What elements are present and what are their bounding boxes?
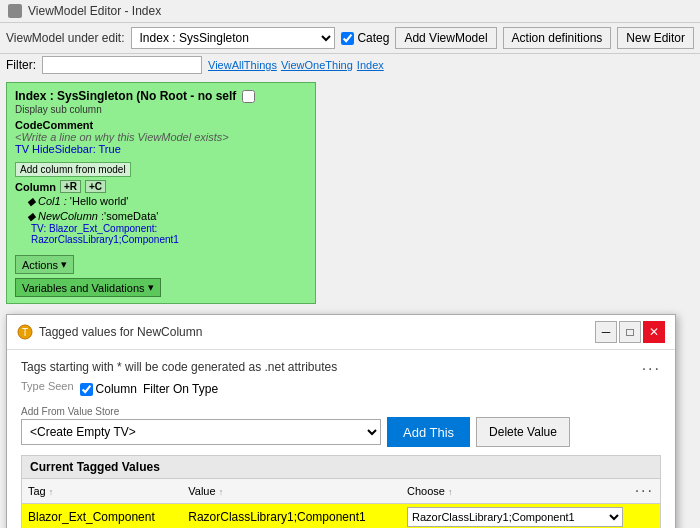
filter-label: Filter: [6,58,36,72]
col-choose-sort[interactable]: ↑ [448,487,453,497]
modal-backdrop: T Tagged values for NewColumn ─ □ ✕ Tags… [6,314,694,528]
modal-title-text: Tagged values for NewColumn [39,325,595,339]
col1-value: 'Hello world' [70,195,129,207]
actions-chevron-icon: ▾ [61,258,67,271]
modal-minimize-button[interactable]: ─ [595,321,617,343]
vars-label: Variables and Validations [22,282,145,294]
viewmodel-select[interactable]: Index : SysSingleton [131,27,336,49]
vm-title-text: Index : SysSingleton (No Root - no self [15,89,236,103]
row-action-cell [629,504,660,529]
tagged-values-modal: T Tagged values for NewColumn ─ □ ✕ Tags… [6,314,676,528]
ctv-table-head: Tag ↑ Value ↑ Choose ↑ [22,479,660,504]
modal-controls: ─ □ ✕ [595,321,665,343]
filter-link-index[interactable]: Index [357,59,384,71]
row-tag-cell: Blazor_Ext_Component [22,504,182,529]
column-section: Column +R +C ◆ Col1 : 'Hello world' ◆ Ne… [15,180,307,245]
categ-checkbox[interactable] [341,32,354,45]
modal-maximize-button[interactable]: □ [619,321,641,343]
table-row: Blazor_Ext_Component RazorClassLibrary1;… [22,504,660,529]
no-self-checkbox[interactable] [242,90,255,103]
row-value-cell: RazorClassLibrary1;Component1 [182,504,401,529]
display-sub-column-label: Display sub column [15,104,307,115]
add-from-label: Add From Value Store [21,406,661,417]
filter-on-type-label: Filter On Type [143,382,218,396]
app-icon [8,4,22,18]
actions-button[interactable]: Actions ▾ [15,255,74,274]
column-header: Column +R +C [15,180,307,193]
ctv-table: Tag ↑ Value ↑ Choose ↑ [22,479,660,528]
row-choose-cell: RazorClassLibrary1;Component1 [401,504,629,529]
actions-label: Actions [22,259,58,271]
newcolumn-item: ◆ NewColumn :'someData' TV: Blazor_Ext_C… [27,210,307,245]
vm-card: Index : SysSingleton (No Root - no self … [6,82,316,304]
filter-link-viewonething[interactable]: ViewOneThing [281,59,353,71]
add-from-row: Add From Value Store <Create Empty TV> A… [21,406,661,447]
ctv-table-body: Blazor_Ext_Component RazorClassLibrary1;… [22,504,660,529]
newcolumn-name: ◆ NewColumn [27,210,101,222]
type-seen-label: Type Seen [21,380,74,392]
action-definitions-button[interactable]: Action definitions [503,27,612,49]
categ-checkbox-wrap: Categ [341,31,389,45]
column-filter-checkbox[interactable] [80,383,93,396]
vars-chevron-icon: ▾ [148,281,154,294]
col1-item: ◆ Col1 : 'Hello world' [27,195,307,208]
filter-input[interactable] [42,56,202,74]
column-filter-wrap: Column [80,382,137,396]
variables-validations-button[interactable]: Variables and Validations ▾ [15,278,161,297]
col-value-sort[interactable]: ↑ [219,487,224,497]
filter-links: ViewAllThings ViewOneThing Index [208,59,384,71]
col1-name: ◆ Col1 : [27,195,70,207]
modal-add-controls: <Create Empty TV> Add This Delete Value [21,417,661,447]
col-tag-label: Tag [28,485,46,497]
add-this-button[interactable]: Add This [387,417,470,447]
current-tagged-values-section: Current Tagged Values Tag ↑ Value ↑ [21,455,661,528]
write-line-prompt: <Write a line on why this ViewModel exis… [15,131,307,143]
value-store-select[interactable]: <Create Empty TV> [21,419,381,445]
col-choose-label: Choose [407,485,445,497]
code-comment-label: CodeComment [15,119,307,131]
vm-card-title: Index : SysSingleton (No Root - no self [15,89,307,103]
plus-c-button[interactable]: +C [85,180,106,193]
modal-body: Tags starting with * will be code genera… [7,350,675,528]
ctv-header: Current Tagged Values [22,456,660,479]
col-choose-header: Choose ↑ [401,479,629,504]
toolbar-label: ViewModel under edit: [6,31,125,45]
filter-link-viewallthings[interactable]: ViewAllThings [208,59,277,71]
modal-close-button[interactable]: ✕ [643,321,665,343]
modal-titlebar: T Tagged values for NewColumn ─ □ ✕ [7,315,675,350]
column-label: Column [15,181,56,193]
toolbar: ViewModel under edit: Index : SysSinglet… [0,23,700,54]
col-value-header: Value ↑ [182,479,401,504]
main-area: Index : SysSingleton (No Root - no self … [0,76,700,528]
col-tag-sort[interactable]: ↑ [49,487,54,497]
newcolumn-tv: TV: Blazor_Ext_Component: RazorClassLibr… [31,223,307,245]
col-tag-header: Tag ↑ [22,479,182,504]
plus-r-button[interactable]: +R [60,180,81,193]
delete-value-button[interactable]: Delete Value [476,417,570,447]
table-dots-menu[interactable]: ··· [635,482,654,499]
modal-title-icon: T [17,324,33,340]
new-editor-button[interactable]: New Editor [617,27,694,49]
filter-row: Type Seen Column Filter On Type [21,380,661,398]
col-dots-header: ··· [629,479,660,504]
column-filter-label: Column [96,382,137,396]
svg-text:T: T [22,327,28,338]
modal-description: Tags starting with * will be code genera… [21,360,337,374]
add-viewmodel-button[interactable]: Add ViewModel [395,27,496,49]
ctv-header-row: Tag ↑ Value ↑ Choose ↑ [22,479,660,504]
add-column-from-model-button[interactable]: Add column from model [15,162,131,177]
tag-icon: T [17,324,33,340]
modal-dots-menu[interactable]: ··· [642,360,661,378]
title-bar: ViewModel Editor - Index [0,0,700,23]
title-bar-text: ViewModel Editor - Index [28,4,161,18]
filter-bar: Filter: ViewAllThings ViewOneThing Index [0,54,700,76]
row-choose-select[interactable]: RazorClassLibrary1;Component1 [407,507,623,527]
newcolumn-value: :'someData' [101,210,158,222]
tv-hide-sidebar: TV HideSidebar: True [15,143,307,155]
col-value-label: Value [188,485,215,497]
categ-label: Categ [357,31,389,45]
